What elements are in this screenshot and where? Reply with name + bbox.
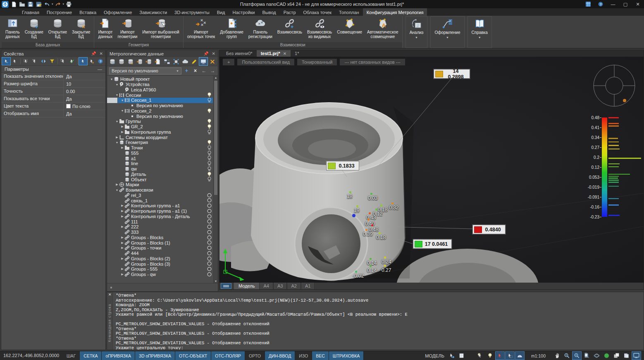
select-clear-button[interactable]: × (88, 58, 96, 65)
tree-item[interactable]: ▼Сессия_2 (107, 108, 218, 114)
status-toggle[interactable]: ШТРИХОВКА (329, 351, 364, 360)
bulb-off-icon[interactable] (207, 98, 212, 103)
selection-filter-button[interactable] (48, 58, 56, 65)
cursor-red-button[interactable] (496, 352, 504, 360)
property-value[interactable]: По слою (63, 103, 105, 110)
link-state-icon[interactable] (207, 261, 212, 266)
expand-arrow-icon[interactable]: ▶ (115, 136, 119, 139)
maximize-button[interactable]: ▢ (619, 0, 632, 8)
layout-tab[interactable]: А1 (301, 283, 315, 289)
tree-item[interactable]: 333 (107, 230, 218, 235)
close-button[interactable]: ✕ (632, 0, 644, 8)
select-rect-button[interactable] (22, 58, 30, 65)
drawing-canvas[interactable]: +Пользовательский видТонированный--- нет… (219, 57, 644, 283)
ribbon-button[interactable]: Импорт выбранной геометрии (140, 17, 181, 40)
link-nodes-button[interactable] (172, 58, 180, 65)
ribbon-button[interactable]: Открытие БД (46, 17, 69, 40)
tree-item[interactable]: ▼Взаимосвязи (107, 187, 218, 193)
view-control-button[interactable]: --- нет связанных видов --- (340, 59, 405, 65)
bulb-off-icon[interactable] (207, 161, 212, 166)
link-state-icon[interactable] (207, 193, 212, 198)
tree-item[interactable]: ▼Новый проект (107, 77, 218, 82)
ribbon-button[interactable]: Анализ▼ (407, 17, 426, 41)
layout-tab[interactable]: А2 (287, 283, 301, 289)
link-state-icon[interactable] (207, 235, 212, 240)
new-file-button[interactable] (10, 0, 17, 8)
link-state-icon[interactable] (207, 203, 212, 208)
app-logo[interactable] (1, 0, 9, 8)
tree-item[interactable]: Leica AT960 (107, 87, 218, 93)
menu-tab[interactable]: Растр (280, 8, 300, 16)
tree-item[interactable]: rel_3 (107, 193, 218, 198)
tree-item[interactable]: ▼Устройства (107, 82, 218, 87)
status-toggle[interactable]: 3D оПРИВЯЗКА (135, 351, 175, 360)
import-in-button[interactable] (136, 58, 144, 65)
collapse-arrow-icon[interactable]: ▼ (120, 99, 124, 102)
close-icon[interactable]: ✕ (212, 51, 215, 56)
link-state-icon[interactable] (207, 198, 212, 203)
help-circle-button[interactable]: ? (96, 58, 105, 65)
minimize-button[interactable]: — (607, 0, 619, 8)
db-open-button[interactable] (117, 58, 126, 65)
menu-tab[interactable]: Построение (43, 8, 76, 16)
properties-section-header[interactable]: Параметры — (1, 66, 105, 73)
zoom-plus-button[interactable] (563, 352, 571, 360)
ribbon-button[interactable]: ✕✕✕Добавление групп (217, 17, 246, 40)
db-add-button[interactable]: + (108, 58, 117, 65)
tree-item[interactable]: ▼Геометрия (107, 140, 218, 145)
ribbon-button[interactable]: Взаимосвязь из видимых (305, 17, 334, 40)
tree-item[interactable]: ▶GR_2 (107, 124, 218, 130)
bulb-on-icon[interactable] (207, 92, 212, 97)
bulb-off-icon[interactable] (207, 166, 212, 171)
ribbon-button[interactable]: Оформление▼ (432, 17, 463, 41)
chevron-down-icon[interactable]: ▾ (63, 2, 64, 6)
bulb-off-icon[interactable] (207, 177, 212, 182)
status-toggle[interactable]: СЕТКА (80, 351, 102, 360)
tree-item[interactable]: ▶Марки (107, 182, 218, 187)
doc-stack-button[interactable] (622, 352, 631, 360)
tree-item[interactable]: ▶Контрольня группа - Деталь (107, 214, 218, 219)
monitor-frame-button[interactable] (632, 352, 641, 360)
bulb-off-icon[interactable] (207, 151, 212, 156)
tree-item[interactable]: ▶Контрольня группа (107, 130, 218, 135)
tree-item[interactable]: Деталь (107, 172, 218, 177)
link-state-icon[interactable] (207, 209, 212, 214)
expand-arrow-icon[interactable]: ▶ (120, 130, 124, 134)
3d-model[interactable] (219, 57, 644, 283)
ribbon-button[interactable]: ✕✕Панель регистрации (246, 17, 275, 40)
tree-item[interactable]: ▶Groups - qw (107, 272, 218, 277)
expand-arrow-icon[interactable]: ▶ (120, 215, 124, 218)
tree-item[interactable]: ▶222 (107, 224, 218, 230)
status-toggle[interactable]: ШАГ (63, 351, 80, 360)
select-pointer-button[interactable] (79, 58, 87, 65)
ribbon-button[interactable]: Панель данных (3, 17, 22, 40)
expand-arrow-icon[interactable]: ▶ (120, 125, 124, 128)
tree-item[interactable]: ▼Сессии (107, 92, 218, 98)
zoom-plus-button[interactable] (572, 352, 581, 360)
menu-tab[interactable]: Настройки (229, 8, 259, 16)
scroll-thumb[interactable] (214, 81, 217, 195)
select-append-button[interactable]: + (2, 58, 10, 65)
link-state-icon[interactable] (207, 272, 212, 277)
save-file-button[interactable] (27, 0, 34, 8)
bulb-on-icon[interactable] (207, 108, 212, 113)
tree-item[interactable]: ▶Groups - точки (107, 245, 218, 251)
monitor-active-button[interactable] (199, 58, 208, 65)
bulb-on-icon[interactable] (207, 172, 212, 177)
bulb-on-icon[interactable] (207, 140, 212, 145)
pan-hand-button[interactable] (553, 352, 561, 360)
link-state-icon[interactable] (207, 266, 212, 271)
document-tab[interactable]: 1* (291, 50, 303, 57)
transfer-button[interactable] (163, 58, 171, 65)
pin-icon[interactable]: 📌 (91, 51, 96, 56)
tree-item[interactable]: 555 (107, 151, 218, 156)
ribbon-button[interactable]: +Взаимосвязь (275, 17, 305, 35)
tree-item[interactable]: ▶Контрольня группа - a1 (1) (107, 209, 218, 214)
cursor-box-button[interactable] (506, 352, 514, 360)
ribbon-button[interactable]: Импорт данных (95, 17, 115, 40)
collapse-icon[interactable]: — (98, 67, 102, 72)
menu-tab[interactable]: Зависимости (136, 8, 171, 16)
expand-arrow-icon[interactable]: ▶ (120, 146, 124, 149)
scroll-down-icon[interactable]: ▼ (214, 280, 218, 283)
layout-menu-button[interactable] (221, 283, 231, 289)
